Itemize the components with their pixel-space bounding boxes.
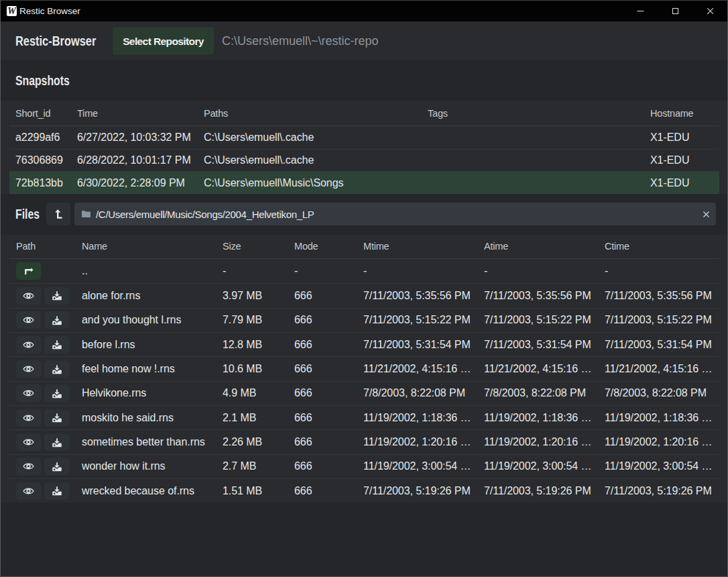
file-mode: - <box>294 265 363 277</box>
go-up-button[interactable] <box>16 262 41 280</box>
maximize-icon <box>672 7 679 15</box>
file-name: moskito he said.rns <box>82 412 223 424</box>
file-row[interactable]: before l.rns 12.8 MB 666 7/11/2003, 5:31… <box>9 332 719 356</box>
col-path: Path <box>9 241 82 252</box>
minimize-button[interactable] <box>623 1 658 21</box>
eye-icon <box>23 486 34 496</box>
download-file-button[interactable] <box>44 287 69 305</box>
file-size: 4.9 MB <box>223 387 294 399</box>
file-actions-cell <box>9 287 82 305</box>
download-file-button[interactable] <box>44 482 69 500</box>
file-atime: 11/19/2002, 1:18:36 … <box>484 412 605 424</box>
file-size: 12.8 MB <box>223 339 294 351</box>
file-atime: 7/8/2003, 8:22:08 PM <box>484 387 605 399</box>
download-file-button[interactable] <box>44 360 69 378</box>
select-repository-button[interactable]: Select Repository <box>113 28 214 55</box>
file-actions-cell <box>9 262 82 280</box>
file-row[interactable]: Helvikone.rns 4.9 MB 666 7/8/2003, 8:22:… <box>9 381 719 405</box>
preview-file-button[interactable] <box>16 458 41 475</box>
file-atime: 7/11/2003, 5:31:54 PM <box>484 339 605 351</box>
files-path-value: /C/Users/emuell/Music/Songs/2004_Helveti… <box>96 209 314 220</box>
parent-directory-row[interactable]: .. - - - - - <box>9 259 719 283</box>
eye-icon <box>23 315 34 325</box>
preview-file-button[interactable] <box>16 433 41 451</box>
app-header: Restic-Browser Select Repository C:\User… <box>1 21 727 60</box>
snapshot-hostname: X1-EDU <box>650 177 719 189</box>
close-button[interactable] <box>692 1 727 21</box>
file-name: .. <box>82 265 223 277</box>
eye-icon <box>23 388 34 398</box>
file-ctime: 7/11/2003, 5:31:54 PM <box>605 339 718 351</box>
snapshot-paths: C:\Users\emuell\.cache <box>204 154 428 166</box>
snapshot-hostname: X1-EDU <box>650 154 719 166</box>
parent-directory-button[interactable] <box>46 203 70 225</box>
file-atime: 11/19/2002, 1:20:16 … <box>484 436 605 448</box>
download-file-button[interactable] <box>44 336 69 354</box>
file-mtime: 7/8/2003, 8:22:08 PM <box>363 387 484 399</box>
preview-file-button[interactable] <box>16 311 41 329</box>
download-icon <box>52 315 62 325</box>
download-icon <box>52 486 62 496</box>
files-table-body: .. - - - - - alone for.rns 3.97 MB <box>1 259 727 503</box>
snapshots-table-body: a2299af6 6/27/2022, 10:03:32 PM C:\Users… <box>1 126 727 194</box>
preview-file-button[interactable] <box>16 482 41 500</box>
file-name: and you thought l.rns <box>82 314 223 326</box>
file-row[interactable]: moskito he said.rns 2.1 MB 666 11/19/200… <box>9 405 719 429</box>
snapshot-row[interactable]: 72b813bb 6/30/2022, 2:28:09 PM C:\Users\… <box>9 171 719 194</box>
col-mtime: Mtime <box>363 241 484 252</box>
file-row[interactable]: alone for.rns 3.97 MB 666 7/11/2003, 5:3… <box>9 283 719 307</box>
file-ctime: 7/11/2003, 5:35:56 PM <box>605 290 718 302</box>
file-actions-cell <box>9 458 82 475</box>
download-file-button[interactable] <box>44 311 69 329</box>
download-file-button[interactable] <box>44 409 69 427</box>
snapshot-time: 6/27/2022, 10:03:32 PM <box>77 132 204 144</box>
col-atime: Atime <box>484 241 605 252</box>
col-ctime: Ctime <box>605 241 718 252</box>
file-row[interactable]: feel home now !.rns 10.6 MB 666 11/21/20… <box>9 356 719 380</box>
snapshot-paths: C:\Users\emuell\.cache <box>204 132 428 144</box>
file-mode: 666 <box>294 436 363 448</box>
snapshots-table-header: Short_id Time Paths Tags Hostname <box>9 101 719 126</box>
file-ctime: 11/19/2002, 1:18:36 … <box>605 412 718 424</box>
close-icon <box>707 7 714 15</box>
col-mode: Mode <box>294 241 363 252</box>
col-short-id: Short_id <box>9 108 77 119</box>
preview-file-button[interactable] <box>16 336 41 354</box>
file-ctime: 11/19/2002, 1:20:16 … <box>605 436 718 448</box>
preview-file-button[interactable] <box>16 360 41 378</box>
file-name: alone for.rns <box>82 290 223 302</box>
download-icon <box>52 364 62 374</box>
file-row[interactable]: and you thought l.rns 7.79 MB 666 7/11/2… <box>9 308 719 332</box>
preview-file-button[interactable] <box>16 287 41 305</box>
download-file-button[interactable] <box>44 433 69 451</box>
file-size: 2.1 MB <box>223 412 294 424</box>
file-actions-cell <box>9 384 82 402</box>
file-row[interactable]: wrecked because of.rns 1.51 MB 666 7/11/… <box>9 478 719 503</box>
file-name: sometimes better than.rns <box>82 436 223 448</box>
col-paths: Paths <box>204 108 428 119</box>
file-mtime: 11/21/2002, 4:15:16 … <box>363 363 484 375</box>
preview-file-button[interactable] <box>16 384 41 402</box>
window-controls <box>623 1 727 21</box>
file-mode: 666 <box>294 387 363 399</box>
preview-file-button[interactable] <box>16 409 41 427</box>
file-size: 2.7 MB <box>223 460 294 472</box>
snapshot-row[interactable]: 76306869 6/28/2022, 10:01:17 PM C:\Users… <box>9 149 719 172</box>
file-mtime: 7/11/2003, 5:31:54 PM <box>363 339 484 351</box>
snapshot-paths: C:\Users\emuell\Music\Songs <box>204 177 428 189</box>
files-path-field[interactable]: /C/Users/emuell/Music/Songs/2004_Helveti… <box>74 203 716 225</box>
maximize-button[interactable] <box>658 1 692 21</box>
download-file-button[interactable] <box>44 458 69 475</box>
file-mode: 666 <box>294 485 363 497</box>
file-row[interactable]: wonder how it.rns 2.7 MB 666 11/19/2002,… <box>9 454 719 478</box>
snapshot-row[interactable]: a2299af6 6/27/2022, 10:03:32 PM C:\Users… <box>9 126 719 149</box>
file-mtime: 7/11/2003, 5:19:26 PM <box>363 485 484 497</box>
file-atime: 11/19/2002, 3:00:54 … <box>484 460 605 472</box>
file-mode: 666 <box>294 363 363 375</box>
files-table: Path Name Size Mode Mtime Atime Ctime ..… <box>1 235 727 503</box>
clear-path-button[interactable] <box>703 211 710 218</box>
file-actions-cell <box>9 311 82 329</box>
download-file-button[interactable] <box>44 384 69 402</box>
file-size: 1.51 MB <box>223 485 294 497</box>
file-row[interactable]: sometimes better than.rns 2.26 MB 666 11… <box>9 429 719 454</box>
